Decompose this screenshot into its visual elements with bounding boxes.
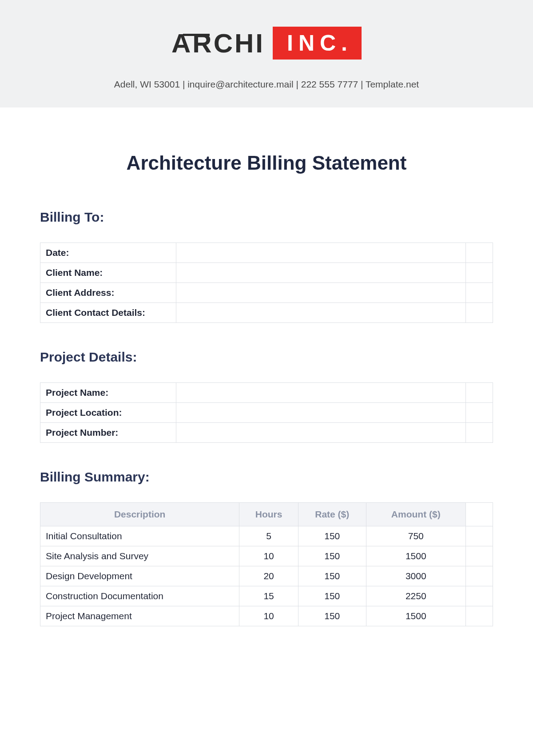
cell-spacer: [465, 546, 493, 566]
cell-description: Design Development: [40, 566, 239, 586]
cell-amount: 2250: [366, 586, 465, 606]
field-spacer: [465, 423, 493, 443]
cell-amount: 3000: [366, 566, 465, 586]
cell-rate: 150: [298, 546, 366, 566]
table-row: Client Address:: [40, 283, 493, 303]
field-value[interactable]: [176, 403, 465, 423]
field-value[interactable]: [176, 283, 465, 303]
table-row: Client Contact Details:: [40, 303, 493, 323]
table-row: Project Name:: [40, 383, 493, 403]
logo-word-inc: INC.: [273, 27, 362, 60]
billing-summary-table: Description Hours Rate ($) Amount ($) In…: [40, 502, 493, 626]
cell-rate: 150: [298, 606, 366, 626]
table-row: Client Name:: [40, 263, 493, 283]
billing-summary-heading: Billing Summary:: [40, 470, 493, 485]
cell-spacer: [465, 586, 493, 606]
project-details-table: Project Name: Project Location: Project …: [40, 382, 493, 443]
field-label: Client Name:: [40, 263, 176, 283]
column-header-description: Description: [40, 503, 239, 526]
column-spacer: [465, 503, 493, 526]
cell-rate: 150: [298, 566, 366, 586]
cell-description: Initial Consultation: [40, 526, 239, 546]
cell-hours: 10: [239, 546, 298, 566]
field-label: Client Address:: [40, 283, 176, 303]
cell-amount: 1500: [366, 546, 465, 566]
table-row: Construction Documentation 15 150 2250: [40, 586, 493, 606]
cell-hours: 5: [239, 526, 298, 546]
field-value[interactable]: [176, 263, 465, 283]
cell-spacer: [465, 566, 493, 586]
column-header-amount: Amount ($): [366, 503, 465, 526]
company-logo: ARCHI INC.: [171, 27, 362, 60]
billing-to-table: Date: Client Name: Client Address: Clien…: [40, 243, 493, 323]
logo-word-archi: ARCHI: [171, 28, 265, 59]
table-row: Date:: [40, 243, 493, 263]
table-row: Initial Consultation 5 150 750: [40, 526, 493, 546]
field-label: Client Contact Details:: [40, 303, 176, 323]
table-row: Project Management 10 150 1500: [40, 606, 493, 626]
field-value[interactable]: [176, 303, 465, 323]
field-label: Project Location:: [40, 403, 176, 423]
cell-rate: 150: [298, 526, 366, 546]
field-value[interactable]: [176, 243, 465, 263]
field-label: Date:: [40, 243, 176, 263]
column-header-hours: Hours: [239, 503, 298, 526]
table-header-row: Description Hours Rate ($) Amount ($): [40, 503, 493, 526]
cell-description: Construction Documentation: [40, 586, 239, 606]
cell-hours: 20: [239, 566, 298, 586]
document-title: Architecture Billing Statement: [40, 152, 493, 174]
document-header: ARCHI INC. Adell, WI 53001 | inquire@arc…: [0, 0, 533, 107]
project-details-heading: Project Details:: [40, 350, 493, 365]
table-row: Site Analysis and Survey 10 150 1500: [40, 546, 493, 566]
field-spacer: [465, 283, 493, 303]
cell-spacer: [465, 526, 493, 546]
cell-spacer: [465, 606, 493, 626]
cell-rate: 150: [298, 586, 366, 606]
field-value[interactable]: [176, 423, 465, 443]
field-label: Project Name:: [40, 383, 176, 403]
billing-to-heading: Billing To:: [40, 210, 493, 225]
cell-amount: 1500: [366, 606, 465, 626]
cell-hours: 10: [239, 606, 298, 626]
table-row: Design Development 20 150 3000: [40, 566, 493, 586]
field-spacer: [465, 383, 493, 403]
field-spacer: [465, 303, 493, 323]
field-spacer: [465, 403, 493, 423]
field-label: Project Number:: [40, 423, 176, 443]
cell-description: Site Analysis and Survey: [40, 546, 239, 566]
field-spacer: [465, 263, 493, 283]
cell-amount: 750: [366, 526, 465, 546]
cell-description: Project Management: [40, 606, 239, 626]
table-row: Project Number:: [40, 423, 493, 443]
table-row: Project Location:: [40, 403, 493, 423]
column-header-rate: Rate ($): [298, 503, 366, 526]
field-spacer: [465, 243, 493, 263]
document-body: Architecture Billing Statement Billing T…: [0, 107, 533, 626]
company-contact-line: Adell, WI 53001 | inquire@architecture.m…: [0, 79, 533, 90]
cell-hours: 15: [239, 586, 298, 606]
field-value[interactable]: [176, 383, 465, 403]
